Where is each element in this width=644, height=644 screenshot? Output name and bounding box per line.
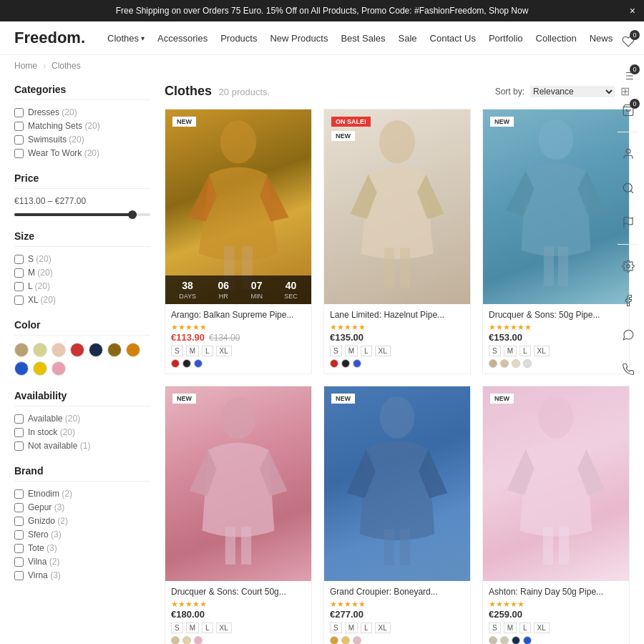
availability-not-available[interactable]: Not available (1) — [14, 441, 150, 451]
svg-rect-17 — [241, 527, 251, 564]
product-card-6[interactable]: NEW Ashton: Rainy Day 50g Pipe... ★★★★★ — [482, 386, 630, 644]
nav-item-contact-us[interactable]: Contact Us — [430, 33, 476, 44]
product-price-3: €153.00 — [489, 332, 623, 343]
product-image-3: NEW — [483, 109, 629, 304]
brand-etnodim-checkbox[interactable] — [14, 489, 24, 499]
compare-button[interactable]: 0 — [614, 63, 643, 89]
nav-item-sale[interactable]: Sale — [399, 33, 417, 44]
availability-available-checkbox[interactable] — [14, 414, 24, 424]
account-button[interactable] — [614, 141, 643, 167]
nav-item-portfolio[interactable]: Portfolio — [489, 33, 523, 44]
size-m[interactable]: M (20) — [14, 268, 150, 278]
nav-item-best-sales[interactable]: Best Sales — [341, 33, 385, 44]
category-matching-sets-checkbox[interactable] — [14, 122, 24, 131]
product-name-2: Lane Limited: Hazelnut Pipe... — [330, 310, 464, 320]
breadcrumb-home[interactable]: Home — [14, 61, 37, 71]
availability-in-stock[interactable]: In stock (20) — [14, 427, 150, 437]
brand-virna[interactable]: Virna (3) — [14, 570, 150, 580]
logo[interactable]: Freedom. — [14, 29, 86, 47]
brand-etnodim[interactable]: Etnodim (2) — [14, 489, 150, 499]
category-dresses-checkbox[interactable] — [14, 108, 24, 117]
product-stars-1: ★★★★★ — [171, 323, 306, 332]
category-dresses[interactable]: Dresses (20) — [14, 107, 150, 117]
product-card-2[interactable]: ON SALE! NEW Lane Limited: Hazelnut Pipe… — [323, 109, 471, 374]
svg-point-6 — [220, 120, 256, 163]
product-name-3: Drucquer & Sons: 50g Pipe... — [489, 310, 623, 320]
compare-count: 0 — [630, 64, 640, 74]
countdown-1: 38DAYS 06HR 07MIN 40SEC — [165, 275, 311, 304]
product-card-5[interactable]: NEW Grand Croupier: Boneyard... ★★★★★ € — [323, 386, 471, 644]
banner-close[interactable]: × — [630, 5, 635, 16]
color-swatch-orange[interactable] — [126, 343, 140, 357]
nav-item-products[interactable]: Products — [220, 33, 257, 44]
size-xl-checkbox[interactable] — [14, 296, 24, 305]
svg-line-3 — [630, 190, 633, 192]
product-badge-new-2: NEW — [331, 131, 355, 141]
availability-available[interactable]: Available (20) — [14, 414, 150, 424]
price-slider-thumb[interactable] — [128, 210, 137, 219]
color-swatch-navy[interactable] — [89, 343, 103, 357]
brand-gepur[interactable]: Gepur (3) — [14, 502, 150, 512]
product-badge-sale-2: ON SALE! — [331, 117, 371, 127]
size-options-5: S M L XL — [330, 623, 464, 633]
whatsapp-button[interactable] — [614, 322, 643, 348]
color-swatch-red[interactable] — [70, 343, 84, 357]
search-button[interactable] — [614, 175, 643, 201]
color-swatch-tan[interactable] — [14, 343, 29, 357]
svg-point-5 — [627, 265, 630, 268]
color-dots-5 — [330, 636, 464, 644]
product-card-1[interactable]: NEW 38DAYS 06HR 07MIN 40SEC — [165, 109, 312, 374]
color-swatch-brown[interactable] — [107, 343, 122, 357]
cart-button[interactable]: 0 — [614, 97, 643, 123]
category-swimsuits-checkbox[interactable] — [14, 135, 24, 145]
sidebar-price: Price €113.00 – €277.00 — [14, 172, 150, 216]
brand-vilna[interactable]: Vilna (2) — [14, 557, 150, 567]
category-wear-to-work[interactable]: Wear To Work (20) — [14, 148, 150, 158]
size-l-checkbox[interactable] — [14, 282, 24, 291]
size-s-checkbox[interactable] — [14, 255, 24, 264]
brand-gnizdo[interactable]: Gnizdo (2) — [14, 516, 150, 526]
availability-not-available-checkbox[interactable] — [14, 441, 24, 451]
brand-tote[interactable]: Tote (3) — [14, 543, 150, 553]
wishlist-button[interactable]: 0 — [614, 29, 643, 54]
sidebar-availability: Availability Available (20) In stock (20… — [14, 390, 150, 451]
product-card-3[interactable]: NEW Drucquer & Sons: 50g Pipe... ★★★★★★ — [482, 109, 630, 374]
svg-point-2 — [623, 183, 632, 192]
flag-button[interactable] — [614, 210, 643, 235]
nav-item-new-products[interactable]: New Products — [270, 33, 328, 44]
availability-in-stock-checkbox[interactable] — [14, 428, 24, 437]
brand-gepur-checkbox[interactable] — [14, 503, 24, 512]
settings-button[interactable] — [614, 253, 643, 279]
brand-vilna-checkbox[interactable] — [14, 557, 24, 567]
sort-controls: Sort by: Relevance Price: Low to High Pr… — [495, 84, 630, 98]
color-swatch-blue[interactable] — [14, 361, 29, 376]
facebook-button[interactable] — [614, 288, 643, 313]
size-m-checkbox[interactable] — [14, 268, 24, 278]
product-stars-3: ★★★★★★ — [489, 323, 623, 332]
color-swatch-yellow-green[interactable] — [33, 343, 47, 357]
color-swatch-peach[interactable] — [52, 343, 66, 357]
color-swatch-pink[interactable] — [52, 361, 66, 376]
brand-tote-checkbox[interactable] — [14, 544, 24, 553]
nav-item-accessories[interactable]: Accessories — [157, 33, 208, 44]
nav-item-clothes[interactable]: Clothes ▾ — [107, 33, 145, 44]
nav-item-news[interactable]: News — [590, 33, 613, 44]
sort-select[interactable]: Relevance Price: Low to High Price: High… — [530, 86, 615, 97]
size-s[interactable]: S (20) — [14, 254, 150, 264]
brand-sfero-checkbox[interactable] — [14, 530, 24, 540]
product-badge-new-3: NEW — [490, 117, 514, 127]
brand-virna-checkbox[interactable] — [14, 571, 24, 580]
phone-button[interactable] — [614, 356, 643, 382]
brand-sfero[interactable]: Sfero (3) — [14, 530, 150, 540]
brand-gnizdo-checkbox[interactable] — [14, 517, 24, 526]
nav-item-collection[interactable]: Collection — [536, 33, 577, 44]
size-xl[interactable]: XL (20) — [14, 295, 150, 305]
product-price-2: €135.00 — [330, 332, 464, 343]
category-wear-to-work-checkbox[interactable] — [14, 149, 24, 158]
category-swimsuits[interactable]: Swimsuits (20) — [14, 135, 150, 145]
category-matching-sets[interactable]: Matching Sets (20) — [14, 121, 150, 131]
product-card-4[interactable]: NEW Drucquer & Sons: Court 50g... ★★★★★ — [165, 386, 312, 644]
svg-rect-20 — [400, 529, 410, 565]
size-l[interactable]: L (20) — [14, 281, 150, 291]
color-swatch-yellow[interactable] — [33, 361, 47, 376]
